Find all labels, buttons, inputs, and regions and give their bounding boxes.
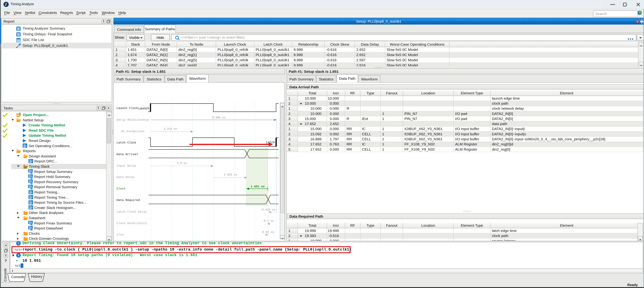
svg-text:9.999 ns: 9.999 ns xyxy=(212,116,226,119)
svg-text:No Exceptions: No Exceptions xyxy=(121,130,144,133)
svg-text:uTsu: uTsu xyxy=(116,233,124,236)
svg-text:Latch Clock Delay: Latch Clock Delay xyxy=(116,210,147,214)
svg-text:Data Required: Data Required xyxy=(116,199,140,202)
svg-text:Input Delay: Input Delay xyxy=(116,164,136,168)
svg-text:Slack: Slack xyxy=(116,187,126,190)
svg-text:Data Arrival: Data Arrival xyxy=(116,153,138,156)
svg-text:Data Delay: Data Delay xyxy=(116,176,134,179)
svg-text:Setup Relationship: Setup Relationship xyxy=(116,118,149,122)
svg-text:Launch: Launch xyxy=(138,107,149,110)
svg-text:Latch Clock: Latch Clock xyxy=(116,141,136,144)
svg-text:-0.616 ns: -0.616 ns xyxy=(260,208,275,211)
svg-text:Clock Uncertainty: Clock Uncertainty xyxy=(116,222,147,225)
svg-text:Launch Clock: Launch Clock xyxy=(116,107,138,110)
svg-text:-0.1 ns: -0.1 ns xyxy=(262,219,274,223)
svg-text:2.652 ns: 2.652 ns xyxy=(224,173,237,176)
svg-text:5.0 ns: 5.0 ns xyxy=(177,162,187,165)
svg-text:3.333 ns: 3.333 ns xyxy=(164,127,177,131)
svg-text:1.651 ns: 1.651 ns xyxy=(250,185,264,188)
svg-text:-0.02 ns: -0.02 ns xyxy=(261,231,274,234)
